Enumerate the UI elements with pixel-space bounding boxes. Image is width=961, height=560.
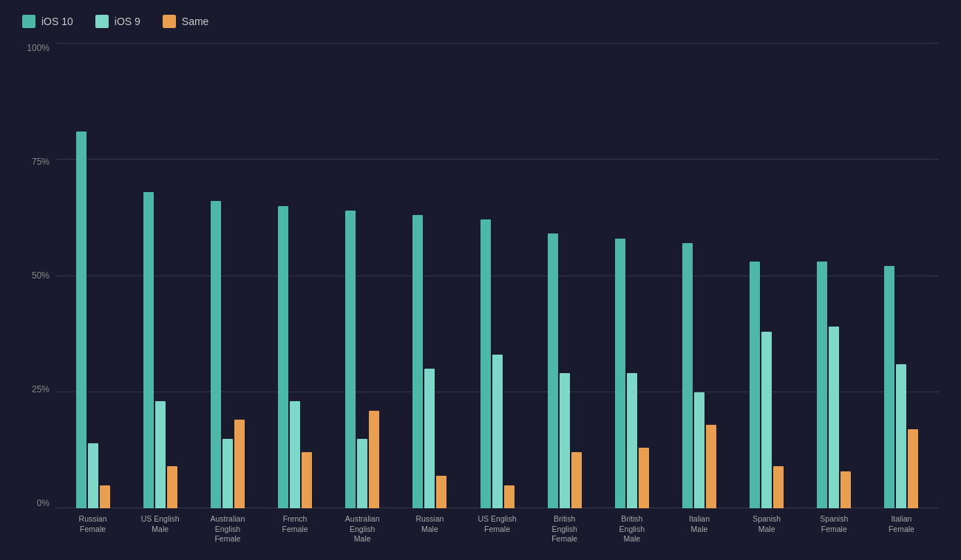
bar-ios10 (548, 233, 558, 508)
bar-ios10 (682, 243, 693, 508)
bar-same (369, 411, 379, 508)
bar-ios9 (829, 327, 839, 508)
bar-group (261, 43, 328, 508)
bar-ios9 (88, 443, 98, 508)
y-axis-label: 25% (22, 384, 50, 395)
bar-group (194, 43, 261, 508)
x-label: Russian Male (396, 514, 463, 553)
legend-label: Same (182, 16, 209, 27)
bar-ios9 (155, 401, 166, 508)
bar-same (234, 420, 245, 508)
x-label: Italian Male (665, 514, 733, 553)
grid-and-bars (55, 43, 939, 508)
bar-group (801, 43, 868, 508)
legend-item: iOS 9 (95, 15, 140, 28)
chart-legend: iOS 10iOS 9Same (22, 15, 939, 28)
bar-same (908, 429, 918, 508)
bar-ios10 (278, 206, 288, 509)
bar-ios10 (615, 239, 625, 508)
legend-item: iOS 10 (22, 15, 73, 28)
bar-group (868, 43, 935, 508)
bar-ios9 (761, 332, 772, 508)
bar-ios10 (480, 219, 491, 508)
legend-label: iOS 9 (115, 16, 140, 27)
bar-group (59, 43, 126, 508)
bar-same (436, 476, 446, 508)
x-label: British English Male (598, 514, 665, 553)
bar-same (302, 452, 312, 508)
bar-same (841, 471, 851, 508)
y-axis: 100%75%50%25%0% (22, 43, 55, 553)
bar-ios10 (211, 201, 221, 508)
bar-ios10 (884, 266, 894, 508)
bar-group (665, 43, 733, 508)
x-label: US English Male (126, 514, 194, 553)
bar-group (598, 43, 665, 508)
bar-ios9 (424, 369, 435, 508)
bar-same (167, 466, 177, 508)
bar-group (329, 43, 396, 508)
x-label: Spanish Male (733, 514, 801, 553)
legend-swatch (163, 15, 176, 28)
bar-group (463, 43, 531, 508)
bar-ios9 (223, 439, 233, 509)
x-label: Spanish Female (801, 514, 868, 553)
bar-group (396, 43, 463, 508)
bar-ios10 (412, 215, 423, 508)
bar-same (504, 485, 515, 509)
x-labels: Russian FemaleUS English MaleAustralian … (55, 508, 939, 553)
bar-same (571, 452, 582, 508)
bars-container (55, 43, 939, 508)
bar-same (100, 485, 110, 509)
x-label: Italian Female (868, 514, 935, 553)
x-label: Australian English Male (329, 514, 396, 553)
y-axis-label: 100% (22, 43, 50, 53)
x-label: US English Female (463, 514, 531, 553)
chart-area: 100%75%50%25%0% Russian FemaleUS English… (22, 43, 939, 553)
legend-swatch (95, 15, 109, 28)
bar-ios9 (357, 439, 367, 509)
bar-same (773, 466, 784, 508)
bar-ios10 (817, 262, 827, 508)
chart-inner: Russian FemaleUS English MaleAustralian … (55, 43, 939, 553)
bar-group (733, 43, 801, 508)
bar-group (126, 43, 194, 508)
bar-ios9 (627, 373, 637, 508)
legend-swatch (22, 15, 35, 28)
bar-ios10 (143, 192, 154, 508)
y-axis-label: 50% (22, 270, 50, 281)
bar-ios10 (750, 262, 760, 508)
x-label: French Female (261, 514, 328, 553)
bar-group (531, 43, 598, 508)
bar-ios10 (345, 211, 356, 508)
y-axis-label: 0% (22, 498, 50, 508)
x-label: Russian Female (59, 514, 126, 553)
legend-label: iOS 10 (41, 16, 73, 27)
y-axis-label: 75% (22, 157, 50, 167)
bar-ios9 (492, 355, 503, 508)
bar-ios9 (290, 401, 300, 508)
bar-ios9 (896, 364, 906, 508)
bar-same (639, 448, 649, 508)
bar-ios10 (76, 132, 86, 508)
bar-same (706, 425, 716, 508)
bar-ios9 (694, 392, 704, 509)
x-label: Australian English Female (194, 514, 261, 553)
bar-ios9 (560, 373, 570, 508)
legend-item: Same (163, 15, 209, 28)
x-label: British English Female (531, 514, 598, 553)
